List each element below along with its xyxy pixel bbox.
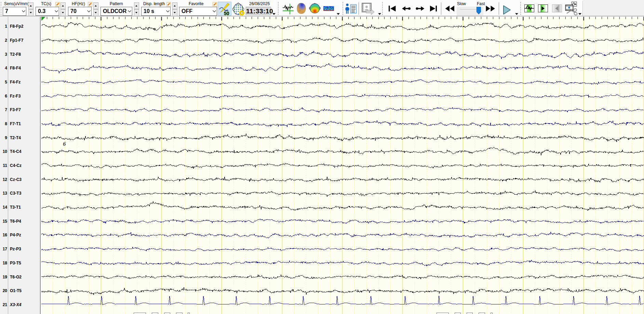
svg-text:6: 6 (63, 141, 66, 147)
